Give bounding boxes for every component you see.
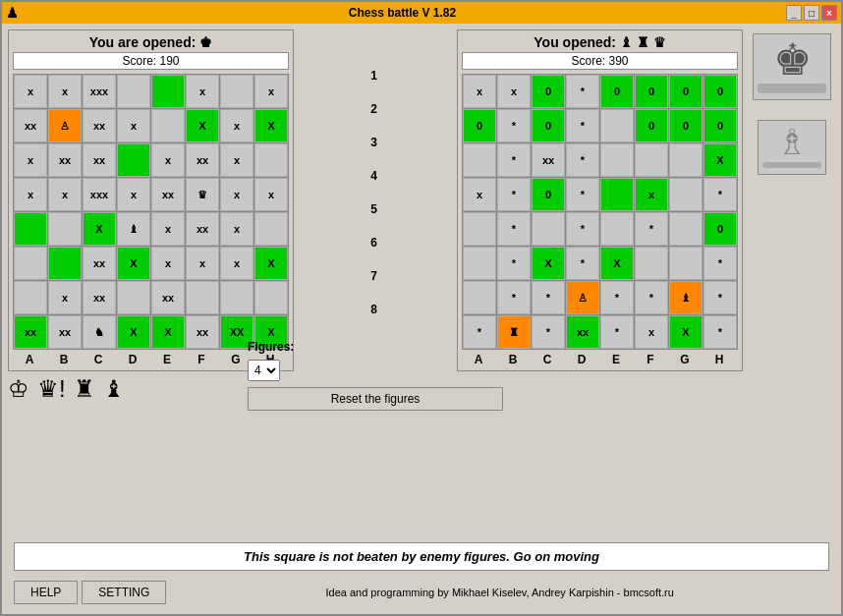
left-cell[interactable]: xx [48, 315, 82, 349]
left-cell[interactable]: X [117, 247, 150, 280]
left-cell[interactable]: X [151, 315, 185, 349]
right-cell[interactable]: * [635, 281, 668, 314]
left-cell[interactable]: x [151, 247, 185, 280]
left-cell[interactable]: x [14, 143, 47, 177]
right-cell[interactable]: * [566, 247, 599, 280]
right-cell[interactable]: 0 [463, 109, 496, 142]
left-cell[interactable]: x [48, 75, 82, 108]
right-cell[interactable]: * [463, 315, 496, 349]
right-cell[interactable] [600, 178, 634, 211]
right-cell[interactable]: X [669, 315, 702, 349]
right-cell[interactable]: * [497, 178, 531, 211]
right-cell[interactable]: ♝ [669, 281, 702, 314]
left-cell[interactable]: ♛ [186, 178, 219, 211]
right-grid[interactable]: xx0*00000*0*000*xx*Xx*0*x****0*X*X***♙**… [462, 74, 738, 350]
setting-button[interactable]: SETTING [82, 581, 166, 604]
right-cell[interactable]: * [497, 281, 531, 314]
figure-king[interactable]: ♔ [8, 375, 29, 403]
right-cell[interactable]: 0 [669, 75, 702, 108]
right-cell[interactable] [600, 109, 634, 142]
left-cell[interactable]: x [220, 212, 253, 246]
left-cell[interactable] [254, 212, 288, 246]
left-cell[interactable]: xx [186, 315, 219, 349]
left-cell[interactable] [220, 281, 253, 314]
right-cell[interactable]: * [566, 75, 599, 108]
left-cell[interactable] [14, 281, 47, 314]
right-cell[interactable]: * [497, 109, 531, 142]
left-cell[interactable]: x [14, 75, 47, 108]
left-cell[interactable]: x [48, 178, 82, 211]
left-cell[interactable]: xx [83, 247, 116, 280]
right-cell[interactable] [635, 247, 668, 280]
right-cell[interactable]: x [497, 75, 531, 108]
left-cell[interactable]: xx [186, 143, 219, 177]
right-cell[interactable] [463, 143, 496, 177]
right-cell[interactable] [463, 281, 496, 314]
left-cell[interactable] [254, 281, 288, 314]
figure-bishop[interactable]: ♝ [103, 375, 125, 403]
left-cell[interactable]: x [151, 212, 185, 246]
close-button[interactable]: × [821, 5, 837, 21]
left-cell[interactable]: x [254, 75, 288, 108]
figure-queen[interactable]: ♛! [37, 375, 66, 403]
left-cell[interactable]: x [220, 247, 253, 280]
right-cell[interactable]: x [635, 178, 668, 211]
left-cell[interactable] [254, 143, 288, 177]
right-cell[interactable]: * [566, 109, 599, 142]
right-cell[interactable]: 0 [703, 212, 737, 246]
left-cell[interactable]: xx [151, 178, 185, 211]
left-grid[interactable]: xxxxxxxxx♙xxxXxXxxxxxxxxxxxxxxxxx♛xxX♝xx… [13, 74, 289, 350]
right-cell[interactable]: * [635, 212, 668, 246]
right-cell[interactable]: * [497, 143, 531, 177]
right-cell[interactable]: 0 [532, 75, 565, 108]
left-cell[interactable]: X [254, 109, 288, 142]
right-cell[interactable]: 0 [635, 75, 668, 108]
left-cell[interactable]: x [186, 75, 219, 108]
left-cell[interactable] [48, 212, 82, 246]
left-cell[interactable]: x [220, 109, 253, 142]
right-cell[interactable] [600, 143, 634, 177]
right-cell[interactable] [532, 212, 565, 246]
left-cell[interactable]: X [186, 109, 219, 142]
left-cell[interactable] [151, 75, 185, 108]
right-cell[interactable] [669, 247, 702, 280]
left-cell[interactable]: xx [151, 281, 185, 314]
right-cell[interactable]: * [703, 315, 737, 349]
left-cell[interactable] [117, 281, 150, 314]
right-cell[interactable]: * [532, 315, 565, 349]
left-cell[interactable]: xx [83, 281, 116, 314]
right-cell[interactable]: 0 [703, 75, 737, 108]
right-cell[interactable]: * [703, 281, 737, 314]
left-cell[interactable]: x [117, 178, 150, 211]
right-cell[interactable]: x [635, 315, 668, 349]
left-cell[interactable]: xx [14, 315, 47, 349]
left-cell[interactable] [186, 281, 219, 314]
left-cell[interactable]: x [254, 178, 288, 211]
left-cell[interactable]: X [254, 247, 288, 280]
left-cell[interactable]: x [220, 143, 253, 177]
right-cell[interactable]: xx [532, 143, 565, 177]
right-cell[interactable]: xx [566, 315, 599, 349]
left-cell[interactable]: xxx [83, 75, 116, 108]
left-cell[interactable]: ♝ [117, 212, 150, 246]
right-cell[interactable]: * [703, 178, 737, 211]
right-cell[interactable]: * [497, 247, 531, 280]
left-cell[interactable]: x [117, 109, 150, 142]
left-cell[interactable]: xx [83, 143, 116, 177]
left-cell[interactable] [14, 247, 47, 280]
right-cell[interactable] [669, 212, 702, 246]
right-cell[interactable]: x [463, 75, 496, 108]
left-cell[interactable]: X [83, 212, 116, 246]
right-cell[interactable] [463, 212, 496, 246]
right-cell[interactable] [600, 212, 634, 246]
left-cell[interactable]: xx [14, 109, 47, 142]
right-cell[interactable]: * [566, 178, 599, 211]
left-cell[interactable] [117, 143, 150, 177]
left-cell[interactable]: xx [83, 109, 116, 142]
right-cell[interactable]: 0 [669, 109, 702, 142]
right-cell[interactable]: * [566, 143, 599, 177]
left-cell[interactable] [14, 212, 47, 246]
left-cell[interactable] [220, 75, 253, 108]
left-cell[interactable] [151, 109, 185, 142]
left-cell[interactable] [117, 75, 150, 108]
